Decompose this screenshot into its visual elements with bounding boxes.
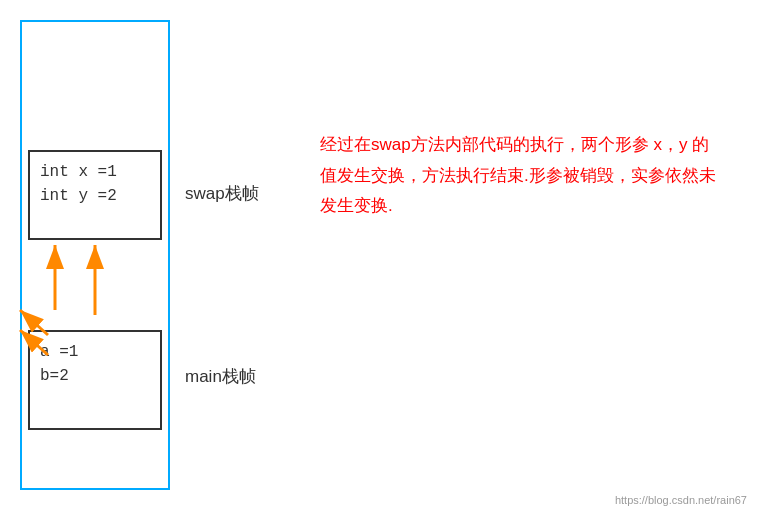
main-frame-box: a =1 b=2 xyxy=(28,330,162,430)
main-var-b: b=2 xyxy=(40,364,150,388)
swap-var-y: int y =2 xyxy=(40,184,150,208)
watermark: https://blog.csdn.net/rain67 xyxy=(615,494,747,506)
swap-frame-box: int x =1 int y =2 xyxy=(28,150,162,240)
main-frame-label: main栈帧 xyxy=(185,365,256,388)
main-var-a: a =1 xyxy=(40,340,150,364)
main-frame-text: a =1 b=2 xyxy=(30,332,160,396)
swap-frame-text: int x =1 int y =2 xyxy=(30,152,160,216)
swap-frame-label: swap栈帧 xyxy=(185,182,259,205)
swap-var-x: int x =1 xyxy=(40,160,150,184)
description-text: 经过在swap方法内部代码的执行，两个形参 x，y 的值发生交换，方法执行结束.… xyxy=(320,130,720,222)
